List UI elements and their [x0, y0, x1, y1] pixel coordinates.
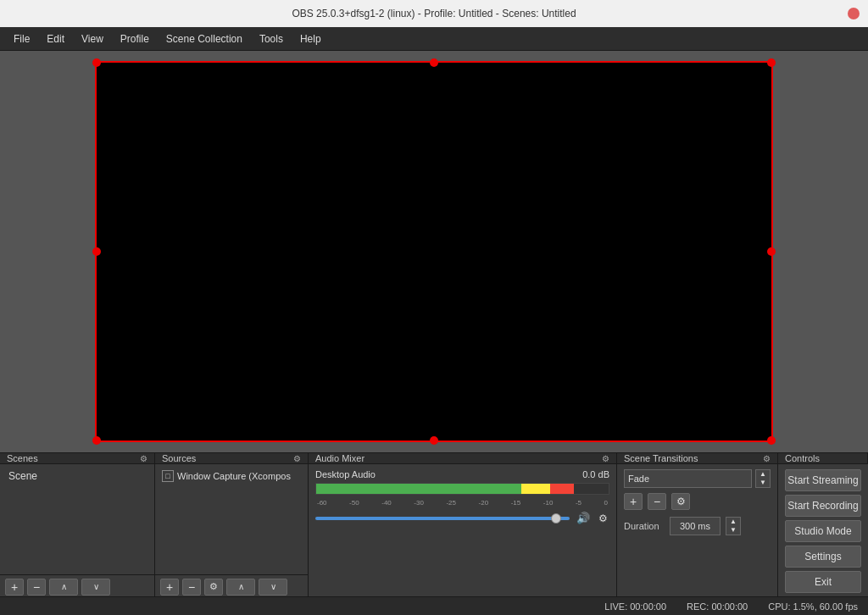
sources-label: Sources: [162, 453, 196, 463]
duration-row: Duration ▲ ▼: [624, 517, 771, 535]
rec-status: REC: 00:00:00: [687, 601, 748, 612]
volume-slider-thumb: [551, 513, 561, 524]
scene-transitions-panel-header: Scene Transitions ⚙: [617, 453, 778, 463]
menu-bar: File Edit View Profile Scene Collection …: [0, 27, 868, 51]
sources-settings-button[interactable]: ⚙: [204, 579, 223, 596]
handle-bottom-left[interactable]: [92, 436, 101, 445]
studio-mode-button[interactable]: Studio Mode: [785, 520, 861, 542]
audio-meter-bar: [316, 484, 609, 494]
transition-type-select[interactable]: Fade Cut Swipe Slide: [624, 469, 752, 488]
controls-panel: Start Streaming Start Recording Studio M…: [778, 464, 868, 598]
scenes-toolbar: + − ∧ ∨: [0, 574, 154, 598]
scenes-panel-header: Scenes ⚙: [0, 453, 155, 463]
sources-move-down-button[interactable]: ∨: [259, 579, 287, 596]
cpu-status: CPU: 1.5%, 60.00 fps: [768, 601, 858, 612]
transition-add-button[interactable]: +: [624, 493, 643, 510]
scene-transitions-settings-icon[interactable]: ⚙: [763, 454, 771, 463]
scenes-settings-icon[interactable]: ⚙: [140, 454, 147, 463]
live-status: LIVE: 00:00:00: [604, 601, 666, 612]
handle-bottom-right[interactable]: [767, 436, 776, 445]
scene-item[interactable]: Scene: [3, 468, 151, 485]
bottom-panel: Scenes ⚙ Sources ⚙ Audio Mixer ⚙ Scene T…: [0, 452, 868, 596]
sources-panel-header: Sources ⚙: [155, 453, 309, 463]
start-recording-button[interactable]: Start Recording: [785, 495, 861, 517]
scenes-list: Scene: [0, 464, 154, 574]
sources-move-up-button[interactable]: ∧: [226, 579, 255, 596]
scenes-remove-button[interactable]: −: [27, 579, 46, 596]
audio-db-value: 0.0 dB: [582, 469, 609, 479]
sources-remove-button[interactable]: −: [182, 579, 201, 596]
preview-canvas: [95, 61, 773, 442]
menu-profile[interactable]: Profile: [114, 30, 156, 47]
transition-spin-down[interactable]: ▼: [756, 479, 770, 487]
exit-button[interactable]: Exit: [785, 571, 861, 593]
duration-input[interactable]: [670, 517, 721, 535]
source-item[interactable]: □ Window Capture (Xcompos: [159, 468, 304, 485]
transition-spin-group: ▲ ▼: [755, 469, 771, 488]
sources-add-button[interactable]: +: [160, 579, 179, 596]
source-item-label: Window Capture (Xcompos: [177, 471, 291, 481]
audio-mixer-label: Audio Mixer: [315, 453, 364, 463]
menu-tools[interactable]: Tools: [253, 30, 290, 47]
meter-green-segment: [316, 484, 463, 494]
audio-channel-name: Desktop Audio: [315, 469, 376, 479]
sources-panel: □ Window Capture (Xcompos + − ⚙ ∧ ∨: [155, 464, 309, 598]
duration-spin-group: ▲ ▼: [726, 517, 741, 535]
preview-area: [0, 51, 868, 452]
scenes-move-up-button[interactable]: ∧: [49, 579, 78, 596]
transition-settings-button[interactable]: ⚙: [671, 493, 690, 510]
meter-red-segment: [550, 484, 574, 494]
duration-spin-up[interactable]: ▲: [726, 518, 740, 526]
handle-bottom-center[interactable]: [430, 436, 438, 445]
meter-scale: -60 -50 -40 -30 -25 -20 -15 -10 -5 0: [315, 498, 609, 507]
menu-help[interactable]: Help: [293, 30, 328, 47]
meter-empty-segment: [574, 484, 609, 494]
audio-mixer-panel: Desktop Audio 0.0 dB -60 -50 -40: [309, 464, 617, 598]
handle-middle-right[interactable]: [767, 247, 776, 256]
meter-yellow-segment: [521, 484, 551, 494]
scene-transitions-label: Scene Transitions: [624, 453, 698, 463]
handle-top-right[interactable]: [767, 58, 776, 67]
transition-remove-button[interactable]: −: [648, 493, 666, 510]
mute-button[interactable]: 🔊: [575, 510, 592, 526]
transition-spin-up[interactable]: ▲: [756, 470, 770, 479]
menu-file[interactable]: File: [7, 30, 36, 47]
audio-settings-button[interactable]: ⚙: [597, 511, 609, 526]
settings-button[interactable]: Settings: [785, 546, 861, 568]
meter-green-segment-2: [463, 484, 521, 494]
scenes-move-down-button[interactable]: ∨: [81, 579, 110, 596]
audio-channel-header: Desktop Audio 0.0 dB: [315, 469, 609, 479]
panel-headers: Scenes ⚙ Sources ⚙ Audio Mixer ⚙ Scene T…: [0, 452, 868, 464]
transition-add-row: + − ⚙: [624, 493, 771, 510]
status-bar: LIVE: 00:00:00 REC: 00:00:00 CPU: 1.5%, …: [0, 596, 868, 615]
audio-mixer-settings-icon[interactable]: ⚙: [602, 454, 609, 463]
duration-label: Duration: [624, 521, 665, 531]
handle-top-left[interactable]: [92, 58, 101, 67]
handle-top-center[interactable]: [430, 58, 438, 67]
scenes-panel: Scene + − ∧ ∨: [0, 464, 155, 598]
volume-slider[interactable]: [315, 517, 570, 520]
duration-spin-down[interactable]: ▼: [726, 526, 740, 535]
scene-transitions-panel: Fade Cut Swipe Slide ▲ ▼ + − ⚙ Duration: [617, 464, 778, 598]
start-streaming-button[interactable]: Start Streaming: [785, 469, 861, 491]
scenes-label: Scenes: [7, 453, 38, 463]
controls-panel-header: Controls: [778, 453, 868, 463]
audio-controls-row: 🔊 ⚙: [315, 510, 609, 526]
source-window-icon: □: [162, 470, 174, 482]
controls-label: Controls: [785, 453, 820, 463]
transition-select-row: Fade Cut Swipe Slide ▲ ▼: [624, 469, 771, 488]
audio-meter: [315, 483, 609, 495]
audio-mixer-panel-header: Audio Mixer ⚙: [309, 453, 617, 463]
scenes-add-button[interactable]: +: [5, 579, 24, 596]
menu-view[interactable]: View: [75, 30, 110, 47]
menu-scene-collection[interactable]: Scene Collection: [159, 30, 249, 47]
sources-settings-icon[interactable]: ⚙: [293, 454, 301, 463]
title-bar: OBS 25.0.3+dfsg1-2 (linux) - Profile: Un…: [0, 0, 868, 27]
panel-content: Scene + − ∧ ∨ □ Window Capture (Xcompos …: [0, 464, 868, 598]
audio-channel-desktop: Desktop Audio 0.0 dB -60 -50 -40: [315, 469, 609, 526]
sources-list: □ Window Capture (Xcompos: [155, 464, 308, 574]
close-button[interactable]: [848, 8, 860, 19]
handle-middle-left[interactable]: [92, 247, 101, 256]
menu-edit[interactable]: Edit: [40, 30, 71, 47]
window-title: OBS 25.0.3+dfsg1-2 (linux) - Profile: Un…: [292, 8, 576, 19]
